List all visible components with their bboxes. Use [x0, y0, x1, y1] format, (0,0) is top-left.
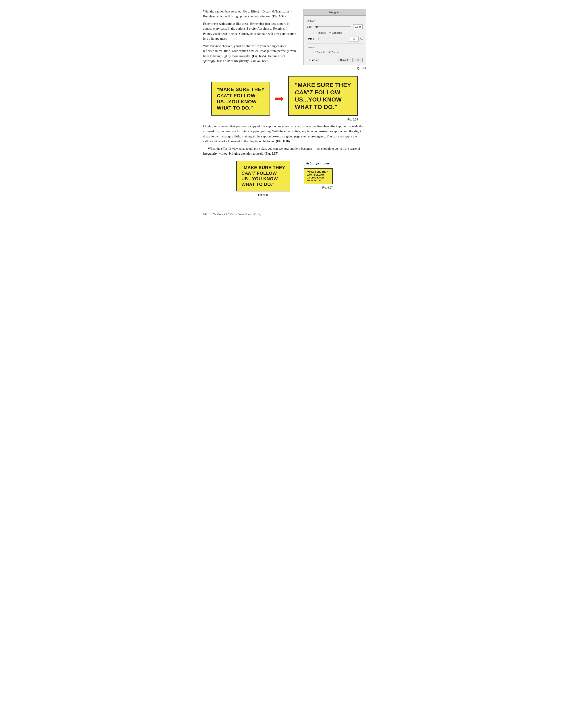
corner-label: Corner — [332, 50, 339, 54]
size-label: Size: — [307, 25, 312, 29]
smooth-label: Smooth — [317, 50, 325, 54]
fig54-ref: (Fig. 6.54) — [272, 15, 286, 18]
footer-separator: • — [209, 212, 210, 216]
before-after-arrow: ➡ — [275, 93, 284, 104]
caption-right-group: "MAKE SURE THEY CAN'T FOLLOW US...YOU KN… — [288, 76, 358, 122]
corner-radio[interactable] — [328, 51, 331, 53]
detail-unit: /in — [360, 37, 363, 41]
fig55-caption: Fig. 6.55 — [347, 118, 358, 122]
caption-b-line2: CAN'T FOLLOW — [241, 170, 285, 176]
caption-line4: WHAT TO DO." — [217, 105, 265, 111]
fig57-caption: Fig. 6.57 — [322, 186, 333, 190]
figure-55-section: "MAKE SURE THEY CAN'T FOLLOW US...YOU KN… — [203, 76, 366, 122]
caption-line3-r: US...YOU KNOW — [295, 96, 351, 103]
small-line2: CAN'T FOLLOW — [307, 173, 330, 176]
bottom-figures: "MAKE SURE THEY CAN'T FOLLOW US...YOU KN… — [203, 161, 366, 197]
divider1 — [307, 43, 363, 44]
caption-box-small: "MAKE SURE THEY CAN'T FOLLOW US...YOU KN… — [304, 168, 333, 184]
detail-slider-thumb — [317, 38, 319, 40]
caption-box-after: "MAKE SURE THEY CAN'T FOLLOW US...YOU KN… — [288, 76, 358, 116]
caption-box-fig56: "MAKE SURE THEY CAN'T FOLLOW US...YOU KN… — [236, 161, 290, 191]
caption-box-before: "MAKE SURE THEY CAN'T FOLLOW US...YOU KN… — [211, 82, 270, 116]
small-line4: WHAT TO DO." — [307, 179, 330, 182]
top-section: With the caption box selected, Go to Eff… — [203, 9, 366, 70]
preview-label: Preview — [311, 58, 319, 62]
para3: With Preview checked, you'll be able to … — [203, 44, 297, 64]
detail-label: Detail: — [307, 37, 314, 41]
size-slider-thumb — [316, 26, 318, 28]
relative-radio[interactable] — [314, 32, 316, 34]
size-row: Size: 0.5 pt — [307, 24, 363, 29]
points-row: Smooth Corner — [314, 50, 363, 54]
sparingly-text: sparingly. — [203, 59, 216, 63]
caption-line4-r: WHAT TO DO." — [295, 103, 351, 111]
middle-para2: When the effect is viewed at actual prin… — [203, 146, 366, 156]
detail-slider[interactable] — [317, 39, 347, 39]
caption-line1: "MAKE SURE THEY — [217, 86, 265, 93]
fig56-group: "MAKE SURE THEY CAN'T FOLLOW US...YOU KN… — [236, 161, 290, 197]
middle-text: I highly recommend that you save a copy … — [203, 124, 366, 156]
page-footer: 166 • The Essential Guide to Comic Book … — [203, 210, 366, 216]
fig56-ref: (Fig. 6.56) — [276, 139, 290, 143]
actual-print-label: Actual print size. — [306, 161, 331, 166]
ok-button[interactable]: OK — [352, 58, 363, 62]
absolute-radio[interactable] — [329, 32, 331, 34]
caption-b-line1: "MAKE SURE THEY — [241, 165, 285, 170]
points-label: Points — [307, 45, 363, 49]
cant-text-r: CAN'T — [295, 89, 313, 96]
smooth-radio[interactable] — [314, 51, 316, 53]
preview-checkbox[interactable]: ✓ — [307, 59, 309, 61]
smooth-option[interactable]: Smooth — [314, 50, 325, 54]
cancel-button[interactable]: Cancel — [337, 58, 351, 62]
size-slider[interactable] — [314, 26, 351, 27]
middle-para1: I highly recommend that you save a copy … — [203, 124, 366, 144]
dialog-buttons: Cancel OK — [337, 58, 363, 62]
detail-value[interactable]: 12 — [349, 37, 359, 42]
roughen-dialog-section: Roughen Options Size: 0.5 pt — [303, 9, 366, 70]
corner-option[interactable]: Corner — [328, 50, 339, 54]
dialog-title: Roughen — [304, 9, 366, 16]
cant-text: CAN'T — [217, 93, 232, 98]
hint-text: hint — [225, 59, 230, 63]
para2: Experiment with settings like these. Rem… — [203, 21, 297, 41]
caption-line2-r: CAN'T FOLLOW — [295, 89, 351, 96]
cant-b: CAN'T — [241, 171, 255, 176]
page-number: 166 — [203, 212, 207, 216]
preview-check[interactable]: ✓ Preview — [307, 58, 337, 62]
page-content: With the caption box selected, Go to Eff… — [203, 9, 366, 216]
caption-left-group: "MAKE SURE THEY CAN'T FOLLOW US...YOU KN… — [211, 82, 270, 116]
footer-content: 166 • The Essential Guide to Comic Book … — [203, 212, 366, 216]
caption-b-line3: US...YOU KNOW — [241, 176, 285, 182]
options-label: Options — [307, 19, 363, 23]
absolute-label: Absolute — [332, 31, 342, 35]
caption-line1-r: "MAKE SURE THEY — [295, 81, 351, 89]
relative-label: Relative — [317, 31, 326, 35]
size-value[interactable]: 0.5 pt — [353, 24, 363, 29]
fig55-ref-inline: (Fig. 6.55) — [252, 54, 266, 58]
caption-line2: CAN'T FOLLOW — [217, 93, 265, 99]
small-cant: CAN'T — [307, 174, 314, 176]
caption-line3: US...YOU KNOW — [217, 99, 265, 105]
fig57-group: Actual print size. "MAKE SURE THEY CAN'T… — [304, 161, 333, 190]
small-line1: "MAKE SURE THEY — [307, 170, 330, 173]
fig54-caption: Fig. 6.54 — [303, 66, 366, 70]
para1: With the caption box selected, Go to Eff… — [203, 9, 297, 19]
book-title: The Essential Guide to Comic Book Letter… — [212, 212, 261, 216]
detail-row: Detail: 12 /in — [307, 37, 363, 42]
fig57-ref: (Fig. 6.57) — [264, 152, 278, 155]
relative-option[interactable]: Relative — [314, 31, 326, 35]
roughen-dialog: Roughen Options Size: 0.5 pt — [303, 9, 366, 65]
top-text: With the caption box selected, Go to Eff… — [203, 9, 297, 70]
absolute-option[interactable]: Absolute — [329, 31, 342, 35]
dialog-body: Options Size: 0.5 pt Relat — [304, 16, 366, 65]
fig56-caption: Fig. 6.56 — [258, 193, 269, 197]
caption-b-line4: WHAT TO DO." — [241, 182, 285, 187]
relative-absolute-row: Relative Absolute — [314, 31, 363, 35]
dialog-footer: ✓ Preview Cancel OK — [307, 56, 363, 62]
small-line3: US...YOU KNOW — [307, 176, 330, 179]
